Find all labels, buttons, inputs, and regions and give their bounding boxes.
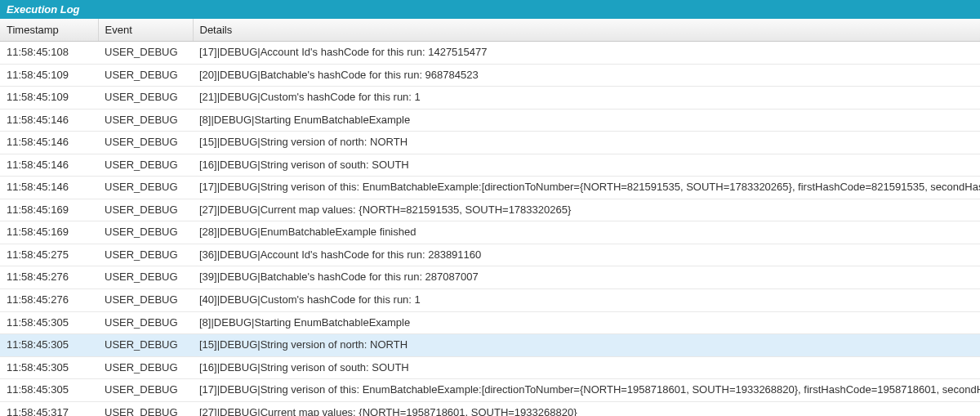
cell-event: USER_DEBUG bbox=[98, 289, 193, 312]
cell-timestamp: 11:58:45:108 bbox=[0, 42, 98, 65]
cell-timestamp: 11:58:45:169 bbox=[0, 199, 98, 221]
cell-event: USER_DEBUG bbox=[98, 154, 193, 177]
cell-timestamp: 11:58:45:109 bbox=[0, 87, 98, 110]
cell-details: [28]|DEBUG|EnumBatchableExample finished bbox=[193, 221, 980, 244]
col-header-event[interactable]: Event bbox=[98, 19, 193, 42]
cell-event: USER_DEBUG bbox=[98, 244, 193, 266]
cell-details: [21]|DEBUG|Custom's hashCode for this ru… bbox=[193, 87, 980, 110]
table-header-row: Timestamp Event Details bbox=[0, 19, 980, 42]
cell-details: [8]|DEBUG|Starting EnumBatchableExample bbox=[193, 109, 980, 132]
table-row[interactable]: 11:58:45:108USER_DEBUG[17]|DEBUG|Account… bbox=[0, 42, 980, 65]
table-row[interactable]: 11:58:45:169USER_DEBUG[27]|DEBUG|Current… bbox=[0, 199, 980, 221]
cell-details: [27]|DEBUG|Current map values: {NORTH=82… bbox=[193, 199, 980, 221]
cell-event: USER_DEBUG bbox=[98, 401, 193, 416]
cell-details: [40]|DEBUG|Custom's hashCode for this ru… bbox=[193, 289, 980, 312]
table-row[interactable]: 11:58:45:109USER_DEBUG[20]|DEBUG|Batchab… bbox=[0, 64, 980, 87]
cell-details: [17]|DEBUG|Account Id's hashCode for thi… bbox=[193, 42, 980, 65]
execution-log-table: Timestamp Event Details 11:58:45:108USER… bbox=[0, 19, 980, 416]
cell-details: [16]|DEBUG|String verison of south: SOUT… bbox=[193, 154, 980, 177]
table-row[interactable]: 11:58:45:276USER_DEBUG[40]|DEBUG|Custom'… bbox=[0, 289, 980, 312]
cell-timestamp: 11:58:45:146 bbox=[0, 154, 98, 177]
table-row[interactable]: 11:58:45:276USER_DEBUG[39]|DEBUG|Batchab… bbox=[0, 266, 980, 289]
cell-event: USER_DEBUG bbox=[98, 266, 193, 289]
cell-details: [36]|DEBUG|Account Id's hashCode for thi… bbox=[193, 244, 980, 266]
table-row[interactable]: 11:58:45:146USER_DEBUG[17]|DEBUG|String … bbox=[0, 177, 980, 199]
table-row[interactable]: 11:58:45:146USER_DEBUG[8]|DEBUG|Starting… bbox=[0, 109, 980, 132]
cell-timestamp: 11:58:45:305 bbox=[0, 311, 98, 334]
cell-event: USER_DEBUG bbox=[98, 109, 193, 132]
cell-details: [17]|DEBUG|String verison of this: EnumB… bbox=[193, 177, 980, 199]
cell-details: [15]|DEBUG|String version of north: NORT… bbox=[193, 132, 980, 154]
cell-timestamp: 11:58:45:275 bbox=[0, 244, 98, 266]
cell-timestamp: 11:58:45:317 bbox=[0, 401, 98, 416]
col-header-details[interactable]: Details bbox=[193, 19, 980, 42]
table-row[interactable]: 11:58:45:305USER_DEBUG[16]|DEBUG|String … bbox=[0, 356, 980, 379]
col-header-timestamp[interactable]: Timestamp bbox=[0, 19, 98, 42]
table-row[interactable]: 11:58:45:275USER_DEBUG[36]|DEBUG|Account… bbox=[0, 244, 980, 266]
cell-timestamp: 11:58:45:305 bbox=[0, 379, 98, 402]
cell-details: [8]|DEBUG|Starting EnumBatchableExample bbox=[193, 311, 980, 334]
cell-event: USER_DEBUG bbox=[98, 177, 193, 199]
cell-event: USER_DEBUG bbox=[98, 379, 193, 402]
cell-timestamp: 11:58:45:305 bbox=[0, 334, 98, 357]
cell-event: USER_DEBUG bbox=[98, 64, 193, 87]
cell-details: [16]|DEBUG|String verison of south: SOUT… bbox=[193, 356, 980, 379]
table-row[interactable]: 11:58:45:305USER_DEBUG[17]|DEBUG|String … bbox=[0, 379, 980, 402]
cell-timestamp: 11:58:45:276 bbox=[0, 289, 98, 312]
table-row[interactable]: 11:58:45:146USER_DEBUG[15]|DEBUG|String … bbox=[0, 132, 980, 154]
cell-event: USER_DEBUG bbox=[98, 199, 193, 221]
cell-timestamp: 11:58:45:146 bbox=[0, 132, 98, 154]
cell-timestamp: 11:58:45:146 bbox=[0, 109, 98, 132]
cell-details: [39]|DEBUG|Batchable's hashCode for this… bbox=[193, 266, 980, 289]
table-row[interactable]: 11:58:45:169USER_DEBUG[28]|DEBUG|EnumBat… bbox=[0, 221, 980, 244]
cell-event: USER_DEBUG bbox=[98, 221, 193, 244]
cell-details: [27]|DEBUG|Current map values: {NORTH=19… bbox=[193, 401, 980, 416]
cell-event: USER_DEBUG bbox=[98, 132, 193, 154]
table-row[interactable]: 11:58:45:305USER_DEBUG[8]|DEBUG|Starting… bbox=[0, 311, 980, 334]
cell-timestamp: 11:58:45:169 bbox=[0, 221, 98, 244]
cell-event: USER_DEBUG bbox=[98, 42, 193, 65]
cell-details: [20]|DEBUG|Batchable's hashCode for this… bbox=[193, 64, 980, 87]
cell-details: [17]|DEBUG|String verison of this: EnumB… bbox=[193, 379, 980, 402]
cell-timestamp: 11:58:45:305 bbox=[0, 356, 98, 379]
cell-timestamp: 11:58:45:276 bbox=[0, 266, 98, 289]
cell-event: USER_DEBUG bbox=[98, 334, 193, 357]
table-row[interactable]: 11:58:45:109USER_DEBUG[21]|DEBUG|Custom'… bbox=[0, 87, 980, 110]
table-row[interactable]: 11:58:45:146USER_DEBUG[16]|DEBUG|String … bbox=[0, 154, 980, 177]
cell-timestamp: 11:58:45:146 bbox=[0, 177, 98, 199]
cell-event: USER_DEBUG bbox=[98, 356, 193, 379]
cell-timestamp: 11:58:45:109 bbox=[0, 64, 98, 87]
cell-details: [15]|DEBUG|String version of north: NORT… bbox=[193, 334, 980, 357]
cell-event: USER_DEBUG bbox=[98, 311, 193, 334]
table-row[interactable]: 11:58:45:305USER_DEBUG[15]|DEBUG|String … bbox=[0, 334, 980, 357]
cell-event: USER_DEBUG bbox=[98, 87, 193, 110]
panel-title: Execution Log bbox=[0, 0, 980, 19]
table-row[interactable]: 11:58:45:317USER_DEBUG[27]|DEBUG|Current… bbox=[0, 401, 980, 416]
